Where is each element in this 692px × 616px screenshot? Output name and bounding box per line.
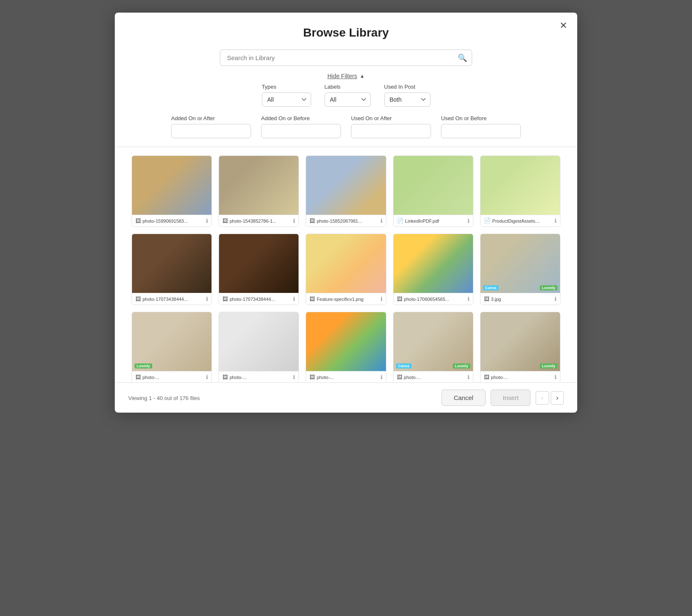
file-name: ProductDigestAssets.... <box>492 218 553 224</box>
file-name: photo-... <box>491 375 553 380</box>
info-icon[interactable]: ℹ <box>380 218 383 224</box>
chevron-up-icon: ▲ <box>359 73 364 79</box>
loomly-tag: Loomly <box>540 285 557 290</box>
file-name: photo-17060654565... <box>404 297 466 302</box>
browse-library-modal: Browse Library ✕ 🔍 Hide Filters ▲ Types … <box>115 13 577 413</box>
file-name: photo-... <box>404 375 466 380</box>
loomly-tag: Loomly <box>135 363 152 369</box>
gallery-item[interactable]: 📄 ProductDigestAssets.... ℹ <box>480 155 560 227</box>
modal-title: Browse Library <box>132 26 560 39</box>
used-in-post-select[interactable]: Both Yes No <box>384 92 431 107</box>
gallery-item[interactable]: Canva Loomly 🖼 3.jpg ℹ <box>480 234 560 305</box>
info-icon[interactable]: ℹ <box>555 374 557 380</box>
info-icon[interactable]: ℹ <box>380 374 383 380</box>
canva-tag: Canva <box>396 363 412 369</box>
gallery-item[interactable]: 🖼 photo-17073438444... ℹ <box>132 234 212 305</box>
loomly-tag: Loomly <box>540 363 557 369</box>
used-on-or-before-input[interactable] <box>441 124 521 138</box>
modal-overlay: Browse Library ✕ 🔍 Hide Filters ▲ Types … <box>0 0 692 616</box>
gallery-item[interactable]: Canva Loomly 🖼 photo-... ℹ <box>393 312 473 382</box>
gallery-item[interactable]: 🖼 photo-17073438444... ℹ <box>219 234 299 305</box>
used-on-or-before-label: Used On or Before <box>441 115 521 121</box>
gallery-item[interactable]: 🖼 Feature-specificv1.png ℹ <box>306 234 386 305</box>
prev-page-button[interactable]: ‹ <box>536 391 549 405</box>
file-name: Feature-specificv1.png <box>317 297 378 302</box>
image-icon: 🖼 <box>397 374 402 380</box>
info-icon[interactable]: ℹ <box>380 296 383 302</box>
info-icon[interactable]: ℹ <box>206 296 208 302</box>
image-icon: 🖼 <box>484 296 489 302</box>
search-input[interactable] <box>220 50 472 66</box>
next-page-button[interactable]: › <box>551 391 564 405</box>
info-icon[interactable]: ℹ <box>555 218 557 224</box>
loomly-tag: Loomly <box>453 363 470 369</box>
info-icon[interactable]: ℹ <box>467 374 470 380</box>
image-icon: 🖼 <box>222 296 228 302</box>
file-name: photo-15852087981... <box>317 218 378 224</box>
file-name: 3.jpg <box>491 297 553 302</box>
used-on-or-before-group: Used On or Before <box>441 115 521 138</box>
modal-footer: Viewing 1 - 40 out of 176 files Cancel I… <box>115 382 577 413</box>
insert-button[interactable]: Insert <box>491 390 531 406</box>
image-icon: 🖼 <box>309 218 315 224</box>
used-on-or-after-input[interactable] <box>351 124 431 138</box>
image-icon: 🖼 <box>135 374 141 380</box>
hide-filters-button[interactable]: Hide Filters <box>328 73 357 79</box>
file-name: photo-... <box>317 375 378 380</box>
modal-header: Browse Library ✕ <box>115 13 577 46</box>
date-filters-row: Added On or After Added On or Before Use… <box>115 112 577 147</box>
added-on-or-before-group: Added On or Before <box>261 115 341 138</box>
added-on-or-before-label: Added On or Before <box>261 115 341 121</box>
file-name: photo-15990691583... <box>143 218 204 224</box>
gallery-area: 🖼 photo-15990691583... ℹ 🖼 photo-1543852… <box>115 147 577 382</box>
info-icon[interactable]: ℹ <box>293 374 295 380</box>
document-icon: 📄 <box>397 218 404 224</box>
added-on-or-after-label: Added On or After <box>171 115 251 121</box>
gallery-item[interactable]: 🖼 photo-... ℹ <box>219 312 299 382</box>
file-name: photo-... <box>230 375 291 380</box>
info-icon[interactable]: ℹ <box>467 296 470 302</box>
added-on-or-after-group: Added On or After <box>171 115 251 138</box>
gallery-item[interactable]: 🖼 photo-17060654565... ℹ <box>393 234 473 305</box>
gallery-item[interactable]: 📄 LinkedInPDF.pdf ℹ <box>393 155 473 227</box>
viewing-info: Viewing 1 - 40 out of 176 files <box>128 394 436 402</box>
info-icon[interactable]: ℹ <box>206 218 208 224</box>
used-in-post-label: Used In Post <box>384 84 431 90</box>
file-name: LinkedInPDF.pdf <box>405 218 466 224</box>
gallery-item[interactable]: Loomly 🖼 photo-... ℹ <box>132 312 212 382</box>
labels-select[interactable]: All <box>325 92 371 107</box>
filters-row: Types All Images Videos Documents Labels… <box>115 84 577 112</box>
image-icon: 🖼 <box>135 218 141 224</box>
file-name: photo-17073438444... <box>143 297 204 302</box>
image-icon: 🖼 <box>397 296 402 302</box>
info-icon[interactable]: ℹ <box>555 296 557 302</box>
gallery-item[interactable]: 🖼 photo-15990691583... ℹ <box>132 155 212 227</box>
document-icon: 📄 <box>484 218 491 224</box>
pagination-controls: ‹ › <box>536 391 564 405</box>
gallery-item[interactable]: 🖼 photo-... ℹ <box>306 312 386 382</box>
file-name: photo-1543852786-1... <box>230 218 291 224</box>
image-icon: 🖼 <box>222 218 228 224</box>
info-icon[interactable]: ℹ <box>467 218 470 224</box>
used-in-post-filter-group: Used In Post Both Yes No <box>384 84 431 107</box>
gallery-grid: 🖼 photo-15990691583... ℹ 🖼 photo-1543852… <box>132 155 560 382</box>
added-on-or-after-input[interactable] <box>171 124 251 138</box>
image-icon: 🖼 <box>222 374 228 380</box>
search-wrapper: 🔍 <box>220 50 472 66</box>
types-filter-group: Types All Images Videos Documents <box>262 84 311 107</box>
gallery-item[interactable]: 🖼 photo-1543852786-1... ℹ <box>219 155 299 227</box>
added-on-or-before-input[interactable] <box>261 124 341 138</box>
gallery-item[interactable]: Loomly 🖼 photo-... ℹ <box>480 312 560 382</box>
gallery-item[interactable]: 🖼 photo-15852087981... ℹ <box>306 155 386 227</box>
info-icon[interactable]: ℹ <box>293 218 295 224</box>
types-select[interactable]: All Images Videos Documents <box>262 92 311 107</box>
image-icon: 🖼 <box>309 374 315 380</box>
cancel-button[interactable]: Cancel <box>441 390 486 406</box>
types-label: Types <box>262 84 311 90</box>
image-icon: 🖼 <box>484 374 489 380</box>
info-icon[interactable]: ℹ <box>206 374 208 380</box>
info-icon[interactable]: ℹ <box>293 296 295 302</box>
close-button[interactable]: ✕ <box>560 21 567 30</box>
search-icon: 🔍 <box>458 53 467 63</box>
labels-label: Labels <box>325 84 371 90</box>
